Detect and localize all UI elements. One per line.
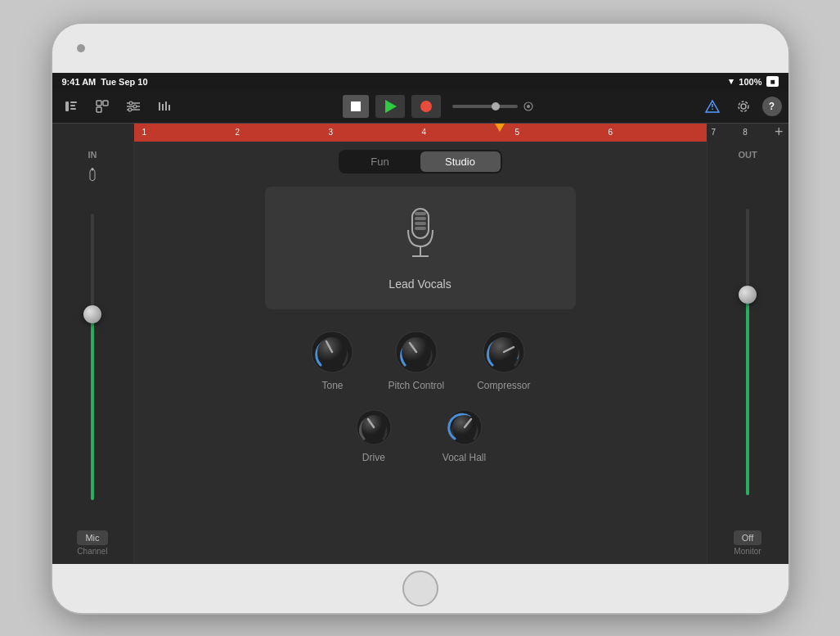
play-icon	[385, 100, 397, 113]
svg-rect-13	[159, 102, 160, 111]
help-button[interactable]: ?	[762, 97, 782, 116]
camera	[77, 44, 85, 52]
tone-knob[interactable]	[309, 329, 355, 375]
tone-knob-container: Tone	[309, 329, 355, 391]
stop-button[interactable]	[343, 95, 369, 118]
instrument-name: Lead Vocals	[389, 277, 451, 291]
mixer-button[interactable]	[121, 95, 146, 118]
left-panel: IN Mic Channel	[52, 142, 134, 564]
pitch-control-label: Pitch Control	[388, 380, 444, 391]
knobs-row-2: Drive	[354, 408, 486, 463]
microphone-icon	[400, 205, 441, 271]
tracks-button[interactable]	[90, 95, 115, 118]
add-track-button[interactable]: +	[775, 124, 784, 141]
timeline-num-3: 3	[327, 128, 420, 137]
toolbar-left	[59, 95, 177, 118]
status-date: Tue Sep 10	[101, 77, 147, 87]
stop-icon	[351, 101, 361, 111]
volume-slider[interactable]	[452, 105, 518, 108]
top-bezel	[52, 24, 788, 73]
toolbar-right: ?	[700, 95, 782, 118]
volume-thumb	[492, 102, 500, 111]
timeline-left-spacer	[52, 124, 134, 142]
svg-rect-27	[415, 217, 426, 220]
in-slider-track[interactable]	[91, 214, 94, 500]
fun-mode-button[interactable]: Fun	[340, 151, 420, 172]
monitor-label: Monitor	[734, 547, 761, 556]
speaker-icon	[523, 101, 534, 112]
status-left: 9:41 AM Tue Sep 10	[62, 77, 148, 87]
play-button[interactable]	[375, 95, 405, 118]
compressor-label: Compressor	[477, 380, 530, 391]
timeline-num-7: 7	[712, 128, 716, 137]
battery-icon: ■	[766, 76, 778, 87]
svg-rect-16	[168, 105, 170, 111]
svg-rect-15	[165, 101, 167, 111]
svg-rect-3	[70, 108, 76, 110]
ipad-frame: 9:41 AM Tue Sep 10 ▾ 100% ■	[52, 24, 788, 613]
settings-button[interactable]	[731, 95, 756, 118]
right-panel: OUT Off Monitor	[707, 142, 788, 564]
timeline-ruler[interactable]: 1 2 3 4 5 6	[134, 124, 707, 142]
pitch-control-knob[interactable]	[393, 329, 439, 375]
channel-label: Channel	[77, 547, 107, 556]
ipad-screen: 9:41 AM Tue Sep 10 ▾ 100% ■	[52, 73, 788, 564]
vocal-hall-label: Vocal Hall	[442, 452, 486, 463]
out-slider-container	[746, 183, 749, 521]
record-button[interactable]	[411, 95, 441, 118]
channel-button[interactable]: Mic	[77, 530, 107, 545]
timeline-num-5: 5	[514, 128, 607, 137]
in-slider-thumb[interactable]	[83, 305, 101, 323]
wifi-icon: ▾	[729, 76, 734, 87]
svg-rect-2	[70, 105, 75, 106]
timeline-row: 1 2 3 4 5 6 7 8 +	[52, 124, 788, 142]
studio-mode-button[interactable]: Studio	[420, 151, 501, 172]
in-slider-fill	[91, 314, 94, 501]
eq-button[interactable]	[152, 95, 177, 118]
monitor-label-container: Off Monitor	[734, 530, 761, 556]
in-slider-container	[91, 193, 94, 521]
svg-rect-26	[415, 212, 426, 215]
svg-rect-0	[65, 101, 69, 111]
record-icon	[420, 101, 432, 112]
svg-rect-4	[97, 101, 101, 106]
svg-point-12	[128, 108, 132, 111]
svg-rect-6	[97, 107, 101, 112]
svg-rect-29	[415, 227, 426, 230]
svg-point-18	[527, 105, 530, 108]
timeline-right-spacer: 7 8 +	[707, 124, 788, 142]
drive-knob-container: Drive	[354, 408, 393, 463]
monitor-button[interactable]: Off	[734, 530, 761, 545]
svg-point-11	[133, 105, 137, 108]
compressor-knob[interactable]	[481, 329, 527, 375]
out-label: OUT	[738, 150, 757, 160]
drive-knob[interactable]	[354, 408, 393, 447]
drive-label: Drive	[362, 452, 385, 463]
vocal-hall-knob[interactable]	[445, 408, 484, 447]
battery-level: 100%	[739, 77, 761, 87]
toolbar-center	[183, 95, 694, 118]
bottom-bezel	[52, 564, 788, 613]
in-label: IN	[88, 150, 97, 160]
tempo-button[interactable]	[700, 95, 725, 118]
mode-toggle: Fun Studio	[339, 150, 502, 174]
out-slider-track[interactable]	[746, 209, 749, 495]
input-pen-icon[interactable]	[87, 166, 98, 185]
toolbar: ?	[52, 91, 788, 124]
tone-label: Tone	[321, 380, 343, 391]
svg-point-22	[741, 104, 746, 109]
timeline-numbers: 1 2 3 4 5 6	[141, 128, 700, 137]
main-content: IN Mic Channel	[52, 142, 788, 564]
status-right: ▾ 100% ■	[729, 76, 778, 87]
svg-rect-28	[415, 222, 426, 225]
timeline-num-1: 1	[141, 128, 234, 137]
instrument-display: Lead Vocals	[265, 187, 576, 309]
pitch-control-knob-container: Pitch Control	[388, 329, 444, 391]
new-track-button[interactable]	[59, 95, 83, 118]
svg-point-24	[92, 168, 94, 170]
channel-label-container: Mic Channel	[77, 530, 107, 556]
vocal-hall-knob-container: Vocal Hall	[442, 408, 486, 463]
home-button[interactable]	[402, 571, 438, 607]
out-slider-thumb[interactable]	[739, 286, 757, 304]
svg-point-23	[739, 101, 748, 111]
